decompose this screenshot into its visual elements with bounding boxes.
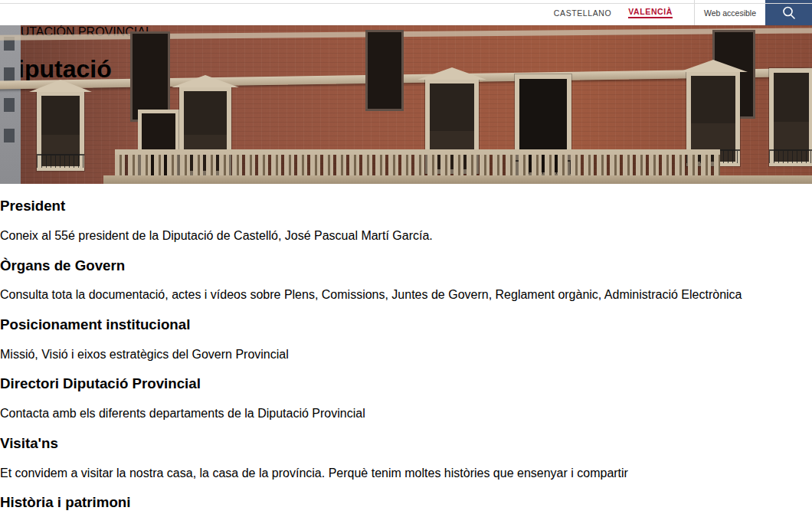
neighbor-building [0, 25, 21, 184]
hero-building-photo: DIPUTACIÓN PROVINCIAL Diputació [0, 25, 812, 184]
card-title: Directori Diputació Provincial [0, 375, 812, 392]
page: DIPUTACIÓN PROVINCIAL Diputació 200 ANIV… [0, 0, 812, 514]
card-description: Consulta tota la documentació, actes i v… [0, 288, 812, 302]
section-card-grid: Corporació Coneix un a un als 27 diputat… [0, 139, 812, 514]
hero-window [365, 30, 404, 111]
card-title: Visita'ns [0, 435, 812, 452]
card-title: Història i patrimoni [0, 494, 812, 511]
card-description: Et convidem a visitar la nostra casa, la… [0, 467, 812, 480]
search-icon [781, 5, 797, 21]
card-posicionament-institucional[interactable]: Posicionament institucional Missió, Visi… [0, 316, 812, 362]
card-organs-de-govern[interactable]: Òrgans de Govern Consulta tota la docume… [0, 257, 812, 303]
top-hairline [0, 3, 812, 4]
hero-window [37, 91, 84, 171]
card-description: Contacta amb els diferents departaments … [0, 407, 812, 421]
card-description: Coneix al 55é president de la Diputació … [0, 229, 812, 243]
card-president[interactable]: President Coneix al 55é president de la … [0, 198, 812, 243]
card-title: President [0, 198, 812, 214]
language-castellano-link[interactable]: CASTELLANO [554, 8, 611, 18]
balcony-ledge [103, 175, 812, 184]
card-directori[interactable]: Directori Diputació Provincial Contacta … [0, 375, 812, 421]
hero-window [130, 31, 170, 122]
utility-bar: CASTELLANO VALENCIÀ Web accesible [0, 0, 812, 25]
card-historia-i-patrimoni[interactable]: Història i patrimoni Més de 200 anys lid… [0, 494, 812, 514]
card-visitans[interactable]: Visita'ns Et convidem a visitar la nostr… [0, 435, 812, 480]
card-title: Òrgans de Govern [0, 257, 812, 274]
hero-window [769, 68, 812, 166]
language-valencia-link[interactable]: VALENCIÀ [628, 7, 673, 18]
card-description: Missió, Visió i eixos estratègics del Go… [0, 348, 812, 362]
card-title: Posicionament institucional [0, 316, 812, 333]
